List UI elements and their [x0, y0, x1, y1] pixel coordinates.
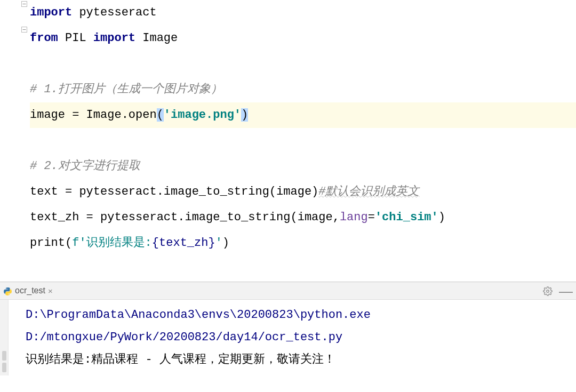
console-output[interactable]: D:\ProgramData\Anaconda3\envs\20200823\p… [0, 300, 576, 375]
code-line[interactable]: text = pytesseract.image_to_string(image… [30, 179, 576, 205]
code-editor[interactable]: import pytesseract from PIL import Image… [0, 0, 576, 282]
code-area[interactable]: import pytesseract from PIL import Image… [0, 0, 576, 282]
svg-point-4 [547, 290, 549, 292]
console-sidebar [0, 300, 9, 375]
bracket-highlight: ) [241, 108, 248, 122]
text: pytesseract [72, 6, 156, 19]
fstring: f'识别结果是: [72, 236, 152, 250]
console-line: D:/mtongxue/PyWork/20200823/day14/ocr_te… [26, 326, 571, 349]
console-panel: ocr_test × — D:\ProgramData\Anaconda3\en… [0, 282, 576, 375]
console-line: 识别结果是:精品课程 - 人气课程，定期更新，敬请关注！ [26, 349, 571, 371]
sidebar-stripe [2, 363, 6, 372]
code-line[interactable] [30, 256, 576, 282]
keyword: from [30, 31, 58, 45]
console-body: D:\ProgramData\Anaconda3\envs\20200823\p… [0, 300, 576, 375]
bracket-highlight: ( [157, 108, 164, 122]
fold-marker-icon[interactable] [21, 27, 27, 33]
code-line[interactable]: from PIL import Image [30, 26, 576, 51]
code-line[interactable]: import pytesseract [30, 0, 576, 26]
minimize-icon[interactable]: — [559, 284, 573, 298]
text: text_zh = pytesseract.image_to_string(im… [30, 211, 340, 224]
text: text = pytesseract.image_to_string(image… [30, 185, 318, 198]
text: PIL [58, 31, 93, 45]
text: ) [222, 236, 229, 250]
console-line: D:\ProgramData\Anaconda3\envs\20200823\p… [26, 304, 571, 326]
string: 'image.png' [164, 108, 241, 122]
fold-marker-icon[interactable] [21, 1, 27, 7]
code-line[interactable] [30, 51, 576, 77]
close-icon[interactable]: × [48, 286, 53, 295]
comment: # 1.打开图片（生成一个图片对象） [30, 83, 222, 96]
kwarg: lang [340, 211, 368, 224]
keyword: import [93, 31, 135, 45]
code-line-highlighted[interactable]: image = Image.open('image.png') [30, 102, 576, 128]
text: ) [438, 211, 445, 224]
text: Image [135, 31, 178, 45]
fstring-expr: {text_zh} [152, 236, 215, 250]
tabbar-actions: — [543, 282, 573, 300]
sidebar-stripe [2, 351, 6, 361]
gear-icon[interactable] [543, 286, 553, 296]
fstring: ' [215, 236, 222, 250]
code-line[interactable]: # 2.对文字进行提取 [30, 154, 576, 179]
comment: #默认会识别成英文 [318, 185, 419, 198]
text: image = Image.open [30, 108, 157, 122]
comment: # 2.对文字进行提取 [30, 159, 140, 173]
code-line[interactable]: text_zh = pytesseract.image_to_string(im… [30, 205, 576, 230]
code-line[interactable]: # 1.打开图片（生成一个图片对象） [30, 77, 576, 102]
console-tabbar: ocr_test × — [0, 282, 576, 300]
code-line[interactable] [30, 128, 576, 154]
text: = [368, 211, 375, 224]
keyword: import [30, 6, 72, 19]
string: 'chi_sim' [375, 211, 438, 224]
python-icon [3, 286, 12, 295]
console-tab-label[interactable]: ocr_test [15, 286, 45, 295]
code-line[interactable]: print(f'识别结果是:{text_zh}') [30, 230, 576, 256]
text: print( [30, 236, 72, 250]
